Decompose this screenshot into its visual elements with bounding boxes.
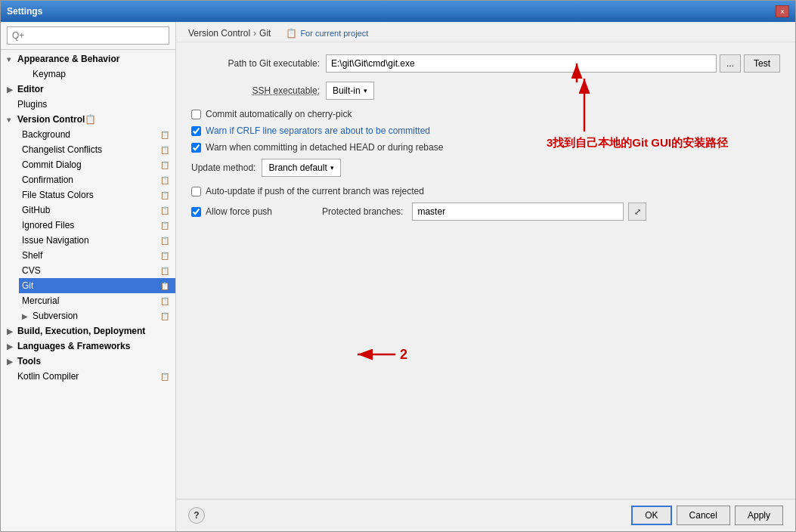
dropdown-arrow-icon: ▾	[364, 87, 367, 94]
main-panel: Version Control › Git 📋 For current proj…	[176, 22, 795, 499]
sidebar: ▾ Appearance & Behavior Keymap ▶ Editor	[1, 22, 176, 531]
sidebar-item-label: Plugins	[17, 99, 169, 110]
ssh-value: Built-in	[333, 85, 361, 96]
sidebar-item-cvs[interactable]: CVS 📋	[19, 263, 175, 278]
checkbox-row-3: Warn when committing in detached HEAD or…	[191, 142, 780, 153]
breadcrumb-sep: ›	[253, 28, 256, 39]
checkbox-row-1: Commit automatically on cherry-pick	[191, 109, 780, 119]
sidebar-item-label: Editor	[17, 84, 44, 94]
vc-children: Background 📋 Changelist Conflicts 📋 Comm…	[1, 127, 175, 323]
close-button[interactable]: ×	[776, 5, 789, 17]
ok-button[interactable]: OK	[631, 506, 671, 525]
sidebar-item-keymap[interactable]: Keymap	[19, 66, 175, 82]
copy-icon: 📋	[160, 267, 169, 275]
toggle-icon: ▶	[7, 342, 17, 351]
main-panel-wrapper: Version Control › Git 📋 For current proj…	[176, 22, 795, 531]
copy-icon: 📋	[160, 237, 169, 245]
toggle-icon: ▾	[7, 55, 17, 63]
toggle-icon: ▾	[7, 116, 17, 124]
window-controls: ×	[776, 5, 789, 17]
sidebar-item-editor[interactable]: ▶ Editor	[1, 82, 175, 97]
search-input[interactable]	[7, 26, 169, 45]
ssh-row: SSH executable: Built-in ▾	[191, 82, 780, 100]
test-button[interactable]: Test	[744, 54, 780, 73]
search-box	[1, 22, 175, 50]
copy-icon: 📋	[160, 131, 169, 139]
checkbox-detached[interactable]	[191, 143, 201, 153]
copy-icon: 📋	[160, 146, 169, 154]
ssh-label: SSH executable:	[191, 85, 320, 96]
breadcrumb-icon: 📋	[286, 28, 297, 39]
sidebar-item-label: Build, Execution, Deployment	[17, 326, 145, 336]
sidebar-item-shelf[interactable]: Shelf 📋	[19, 248, 175, 263]
breadcrumb-git: Git	[259, 28, 271, 39]
checkbox-cherry-pick[interactable]	[191, 110, 201, 119]
protected-branches-input[interactable]	[412, 203, 624, 221]
update-row: Update method: Branch default ▾	[191, 159, 780, 177]
breadcrumb: Version Control › Git 📋 For current proj…	[176, 22, 795, 42]
sidebar-item-plugins[interactable]: Plugins	[1, 97, 175, 112]
copy-icon: 📋	[160, 221, 169, 230]
sidebar-item-build[interactable]: ▶ Build, Execution, Deployment	[1, 323, 175, 339]
sidebar-item-kotlin[interactable]: Kotlin Compiler 📋	[1, 369, 175, 384]
sidebar-item-subversion[interactable]: ▶ Subversion 📋	[19, 308, 175, 323]
sidebar-item-file-status[interactable]: File Status Colors 📋	[19, 187, 175, 203]
checkbox-label-2: Warn if CRLF line separators are about t…	[206, 125, 430, 136]
path-input-group: ... Test	[326, 54, 780, 73]
copy-icon: 📋	[160, 191, 169, 200]
sidebar-item-git[interactable]: Git 📋	[19, 278, 175, 293]
path-row: Path to Git executable: ... Test	[191, 54, 780, 73]
sidebar-child-keymap: Keymap	[1, 66, 175, 82]
update-label: Update method:	[191, 162, 256, 173]
toggle-icon: ▶	[22, 312, 33, 320]
sidebar-item-tools[interactable]: ▶ Tools	[1, 354, 175, 369]
breadcrumb-vc: Version Control	[188, 28, 250, 39]
checkbox-label-1: Commit automatically on cherry-pick	[206, 109, 352, 119]
title-bar: Settings ×	[1, 1, 795, 22]
git-settings-panel: Path to Git executable: ... Test SSH exe…	[176, 42, 795, 499]
expand-button[interactable]: ⤢	[628, 203, 646, 221]
sidebar-item-version-control[interactable]: ▾ Version Control 📋	[1, 112, 175, 127]
copy-icon: 📋	[160, 297, 169, 305]
sidebar-item-label: Keymap	[33, 69, 169, 79]
path-input[interactable]	[326, 54, 717, 73]
sidebar-item-ignored[interactable]: Ignored Files 📋	[19, 218, 175, 233]
project-link[interactable]: For current project	[300, 29, 368, 38]
toggle-icon: ▶	[7, 357, 17, 366]
checkbox-crlf[interactable]	[191, 126, 201, 136]
copy-icon: 📋	[160, 176, 169, 184]
toggle-icon: ▶	[7, 85, 17, 94]
sidebar-item-mercurial[interactable]: Mercurial 📋	[19, 293, 175, 308]
checkbox-row-4: Auto-update if push of the current branc…	[191, 186, 780, 196]
update-select[interactable]: Branch default ▾	[262, 159, 340, 177]
copy-icon: 📋	[85, 114, 96, 125]
checkbox-label-4: Auto-update if push of the current branc…	[206, 186, 424, 196]
sidebar-item-label: Languages & Frameworks	[17, 341, 130, 351]
copy-icon: 📋	[160, 252, 169, 260]
sidebar-item-confirmation[interactable]: Confirmation 📋	[19, 172, 175, 187]
checkbox-force-push[interactable]	[191, 207, 201, 217]
sidebar-item-label: Version Control	[17, 114, 85, 125]
checkbox-auto-update[interactable]	[191, 187, 201, 196]
checkbox-label-5: Allow force push	[206, 206, 272, 217]
sidebar-item-languages[interactable]: ▶ Languages & Frameworks	[1, 339, 175, 354]
sidebar-item-issue-nav[interactable]: Issue Navigation 📋	[19, 233, 175, 248]
sidebar-item-commit-dialog[interactable]: Commit Dialog 📋	[19, 157, 175, 172]
sidebar-item-appearance[interactable]: ▾ Appearance & Behavior	[1, 51, 175, 66]
sidebar-item-label: Appearance & Behavior	[17, 54, 119, 64]
checkbox-label-3: Warn when committing in detached HEAD or…	[206, 142, 443, 153]
cancel-button[interactable]: Cancel	[677, 506, 730, 525]
protected-label: Protected branches:	[322, 206, 403, 217]
ssh-select[interactable]: Built-in ▾	[326, 82, 374, 100]
sidebar-item-changelist[interactable]: Changelist Conflicts 📋	[19, 142, 175, 157]
sidebar-item-background[interactable]: Background 📋	[19, 127, 175, 142]
main-content: ▾ Appearance & Behavior Keymap ▶ Editor	[1, 22, 795, 531]
copy-icon: 📋	[160, 312, 169, 320]
copy-icon: 📋	[160, 206, 169, 215]
help-button[interactable]: ?	[188, 507, 205, 524]
toggle-icon: ▶	[7, 327, 17, 336]
apply-button[interactable]: Apply	[735, 506, 783, 525]
window-title: Settings	[7, 6, 42, 17]
browse-button[interactable]: ...	[720, 54, 741, 73]
sidebar-item-github[interactable]: GitHub 📋	[19, 203, 175, 218]
